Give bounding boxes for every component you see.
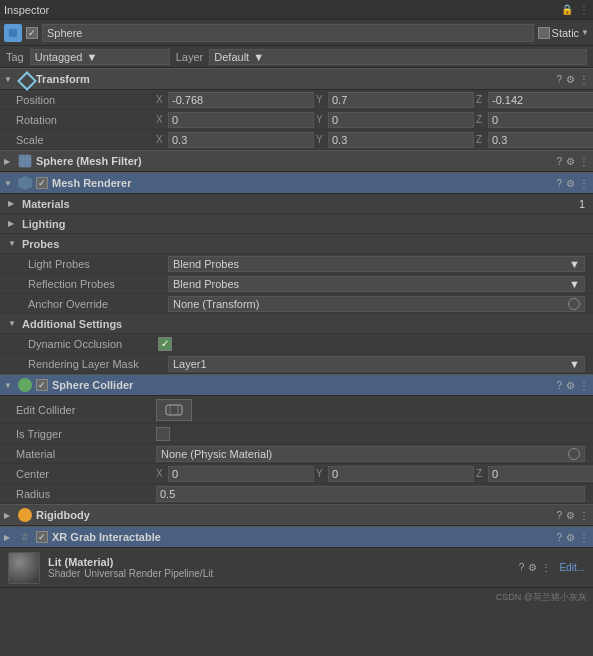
rigidbody-section-icons: ? ⚙ ⋮ [556,510,589,521]
material-settings-icon[interactable]: ⚙ [528,562,537,573]
svg-rect-1 [9,29,17,37]
mesh-filter-help-icon[interactable]: ? [556,156,562,167]
mesh-renderer-settings-icon[interactable]: ⚙ [566,178,575,189]
object-name-field[interactable] [42,24,534,42]
center-z-input[interactable] [488,466,593,482]
anchor-circle-target [568,298,580,310]
rendering-layer-row: Rendering Layer Mask Layer1 ▼ [0,354,593,374]
shader-value: Universal Render Pipeline/Lit [84,568,213,579]
is-trigger-row: Is Trigger [0,424,593,444]
rendering-layer-dropdown[interactable]: Layer1 ▼ [168,356,585,372]
sphere-collider-menu-icon[interactable]: ⋮ [579,380,589,391]
object-row: Static ▼ [0,20,593,46]
edit-collider-label: Edit Collider [16,404,156,416]
dynamic-occlusion-row: Dynamic Occlusion [0,334,593,354]
collider-material-dropdown[interactable]: None (Physic Material) [156,446,585,462]
material-edit-link[interactable]: Edit... [559,562,585,573]
scale-x-input[interactable] [168,132,314,148]
transform-menu-icon[interactable]: ⋮ [579,74,589,85]
mesh-renderer-menu-icon[interactable]: ⋮ [579,178,589,189]
material-menu-icon[interactable]: ⋮ [541,562,551,573]
probes-header[interactable]: ▼ Probes [0,234,593,254]
rigidbody-arrow: ▶ [4,511,14,520]
anchor-override-label: Anchor Override [28,298,168,310]
rigidbody-header[interactable]: ▶ Rigidbody ? ⚙ ⋮ [0,504,593,526]
center-value: X Y Z [156,466,593,482]
collider-material-row: Material None (Physic Material) [0,444,593,464]
header-icons: 🔒 ⋮ [561,4,589,15]
xr-grab-icon-container: # [18,530,32,544]
tag-dropdown[interactable]: Untagged ▼ [30,49,170,65]
scale-z-input[interactable] [488,132,593,148]
mesh-renderer-icon [18,176,32,190]
radius-input[interactable] [156,486,585,502]
mesh-filter-settings-icon[interactable]: ⚙ [566,156,575,167]
rigidbody-icon [18,508,32,522]
mesh-renderer-header[interactable]: ▼ Mesh Renderer ? ⚙ ⋮ [0,172,593,194]
material-help-icon[interactable]: ? [519,562,525,573]
rotation-y-input[interactable] [328,112,474,128]
materials-subheader[interactable]: ▶ Materials 1 [0,194,593,214]
lighting-subheader[interactable]: ▶ Lighting [0,214,593,234]
rigidbody-settings-icon[interactable]: ⚙ [566,510,575,521]
probes-arrow: ▼ [8,239,18,248]
transform-header[interactable]: ▼ Transform ? ⚙ ⋮ [0,68,593,90]
collider-material-target [568,448,580,460]
additional-settings-arrow: ▼ [8,319,18,328]
reflection-probes-dropdown[interactable]: Blend Probes ▼ [168,276,585,292]
center-y-input[interactable] [328,466,474,482]
svg-rect-7 [166,405,182,415]
sphere-collider-settings-icon[interactable]: ⚙ [566,380,575,391]
dynamic-occlusion-checkbox[interactable] [158,337,172,351]
reflection-probes-label: Reflection Probes [28,278,168,290]
tag-value: Untagged [35,51,83,63]
mesh-renderer-active[interactable] [36,177,48,189]
static-dropdown-arrow[interactable]: ▼ [581,28,589,37]
anchor-override-dropdown[interactable]: None (Transform) [168,296,585,312]
position-x-field: X [156,92,314,108]
rigidbody-help-icon[interactable]: ? [556,510,562,521]
svg-rect-2 [19,155,31,167]
sphere-collider-help-icon[interactable]: ? [556,380,562,391]
sphere-collider-header[interactable]: ▼ Sphere Collider ? ⚙ ⋮ [0,374,593,396]
position-z-input[interactable] [488,92,593,108]
material-thumbnail[interactable] [8,552,40,584]
rotation-x-input[interactable] [168,112,314,128]
material-info: Lit (Material) Shader Universal Render P… [48,556,511,579]
transform-title: Transform [36,73,556,85]
xr-grab-settings-icon[interactable]: ⚙ [566,532,575,543]
mesh-filter-icon-container [18,154,32,168]
sphere-collider-section-icons: ? ⚙ ⋮ [556,380,589,391]
sphere-collider-active[interactable] [36,379,48,391]
mesh-filter-header[interactable]: ▶ Sphere (Mesh Filter) ? ⚙ ⋮ [0,150,593,172]
additional-settings-header[interactable]: ▼ Additional Settings [0,314,593,334]
mesh-filter-menu-icon[interactable]: ⋮ [579,156,589,167]
transform-icon [18,72,32,86]
position-y-input[interactable] [328,92,474,108]
static-button[interactable]: Static ▼ [538,27,589,39]
xr-grab-menu-icon[interactable]: ⋮ [579,532,589,543]
edit-collider-button[interactable] [156,399,192,421]
mesh-renderer-help-icon[interactable]: ? [556,178,562,189]
layer-dropdown[interactable]: Default ▼ [209,49,587,65]
static-checkbox[interactable] [538,27,550,39]
circle-target-icon [568,298,580,310]
xr-grab-header[interactable]: ▶ # XR Grab Interactable ? ⚙ ⋮ [0,526,593,548]
transform-help-icon[interactable]: ? [556,74,562,85]
menu-icon[interactable]: ⋮ [579,4,589,15]
center-x-input[interactable] [168,466,314,482]
rotation-z-input[interactable] [488,112,593,128]
object-active-checkbox[interactable] [26,27,38,39]
is-trigger-checkbox[interactable] [156,427,170,441]
center-y-field: Y [316,466,474,482]
rigidbody-menu-icon[interactable]: ⋮ [579,510,589,521]
position-x-input[interactable] [168,92,314,108]
tag-label: Tag [6,51,24,63]
transform-settings-icon[interactable]: ⚙ [566,74,575,85]
light-probes-dropdown[interactable]: Blend Probes ▼ [168,256,585,272]
xr-grab-help-icon[interactable]: ? [556,532,562,543]
lock-icon[interactable]: 🔒 [561,4,573,15]
scale-y-input[interactable] [328,132,474,148]
position-label: Position [16,94,156,106]
xr-grab-active[interactable] [36,531,48,543]
